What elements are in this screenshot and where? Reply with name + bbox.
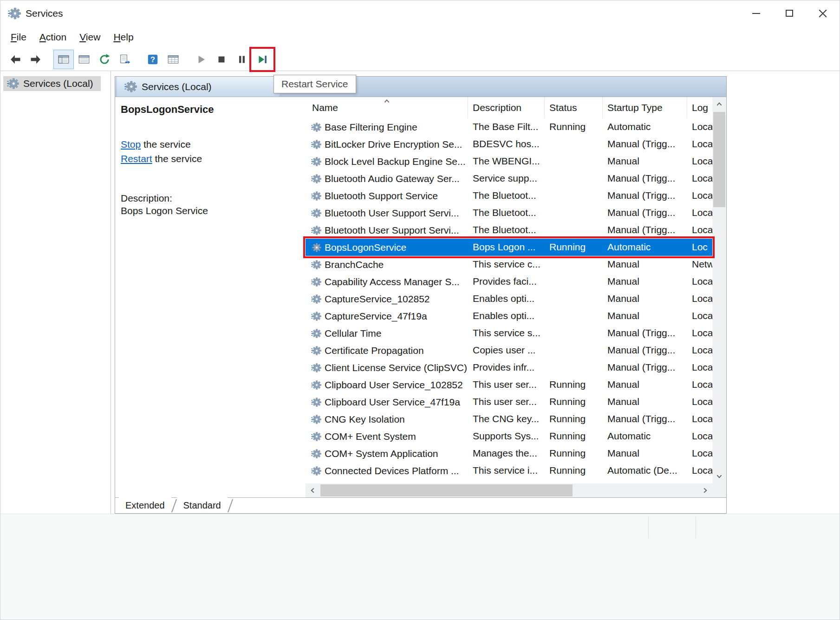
view-options-button[interactable]	[163, 50, 183, 69]
table-row[interactable]: Block Level Backup Engine Se... The WBEN…	[306, 153, 712, 170]
cell-status	[545, 204, 603, 222]
table-row[interactable]: Connected Devices Platform ... This serv…	[306, 462, 712, 479]
table-row[interactable]: Bluetooth User Support Servi... The Blue…	[306, 204, 712, 222]
tree-item-services-local[interactable]: Services (Local)	[3, 76, 101, 91]
column-log-on-as[interactable]: Log	[687, 97, 712, 118]
table-row[interactable]: CaptureService_47f19a Enables opti... Ma…	[306, 307, 712, 325]
column-startup-type[interactable]: Startup Type	[603, 97, 687, 118]
stop-service-link[interactable]: Stop	[121, 139, 141, 150]
stop-service-button[interactable]	[211, 50, 232, 69]
stop-service-icon	[215, 53, 228, 65]
cell-startup-type: Manual (Trigg...	[603, 342, 687, 359]
help-button[interactable]	[143, 50, 163, 69]
tab-extended[interactable]: Extended	[119, 497, 171, 513]
table-row[interactable]: COM+ Event System Supports Sys... Runnin…	[306, 428, 712, 445]
maximize-button[interactable]	[773, 0, 806, 26]
close-button[interactable]	[806, 0, 840, 26]
cell-startup-type: Manual	[603, 290, 687, 307]
service-gear-icon	[311, 431, 321, 442]
cell-log-on-as: Loca	[687, 273, 712, 290]
menu-file[interactable]: File	[4, 29, 33, 46]
maximize-icon	[786, 10, 793, 17]
menu-action[interactable]: Action	[33, 29, 73, 46]
view-tabs: Extended Standard	[115, 497, 726, 513]
cell-name: Clipboard User Service_47f19a	[306, 393, 468, 411]
cell-name: Cellular Time	[306, 325, 468, 342]
column-description[interactable]: Description	[468, 97, 545, 118]
scroll-up-button[interactable]	[712, 97, 726, 111]
table-row[interactable]: Bluetooth Support Service The Bluetoot..…	[306, 187, 712, 204]
table-row[interactable]: Clipboard User Service_47f19a This user …	[306, 393, 712, 411]
menu-view[interactable]: View	[73, 29, 107, 46]
cell-description: This service i...	[468, 462, 545, 479]
service-gear-icon	[311, 380, 321, 390]
export-list-button[interactable]	[115, 50, 135, 69]
cell-startup-type: Manual	[603, 376, 687, 393]
cell-status: Running	[545, 462, 603, 479]
cell-status	[545, 170, 603, 187]
cell-log-on-as: Loc	[687, 239, 712, 256]
table-row[interactable]: BitLocker Drive Encryption Se... BDESVC …	[306, 136, 712, 153]
cell-status	[545, 307, 603, 325]
pane-header-tab: Services (Local)	[117, 77, 289, 97]
table-row[interactable]: CaptureService_102852 Enables opti... Ma…	[306, 290, 712, 307]
show-console-tree-button[interactable]	[53, 50, 74, 69]
table-row[interactable]: Bluetooth User Support Servi... The Blue…	[306, 222, 712, 239]
cell-startup-type: Automatic (De...	[603, 462, 687, 479]
cell-description: Enables opti...	[468, 307, 545, 325]
cell-name: COM+ Event System	[306, 428, 468, 445]
forward-button[interactable]	[26, 50, 46, 69]
table-row[interactable]: CNG Key Isolation The CNG key... Running…	[306, 411, 712, 428]
cell-status: Running	[545, 118, 603, 136]
cell-description: This user ser...	[468, 376, 545, 393]
service-gear-icon	[311, 414, 321, 424]
column-status[interactable]: Status	[545, 97, 603, 118]
cell-description: Provides infr...	[468, 359, 545, 376]
pause-service-button[interactable]	[232, 50, 252, 69]
cell-name: Bluetooth Audio Gateway Ser...	[306, 170, 468, 187]
column-name[interactable]: Name	[306, 97, 468, 118]
table-row[interactable]: Certificate Propagation Copies user ... …	[306, 342, 712, 359]
table-row[interactable]: Cellular Time This service s... Manual (…	[306, 325, 712, 342]
cell-startup-type: Manual	[603, 273, 687, 290]
table-row[interactable]: Clipboard User Service_102852 This user …	[306, 376, 712, 393]
properties-button[interactable]	[74, 50, 94, 69]
services-window: ? Services File Action View Help	[0, 0, 840, 620]
service-gear-icon	[311, 139, 321, 150]
table-row[interactable]: Capability Access Manager S... Provides …	[306, 273, 712, 290]
cell-log-on-as: Netw	[687, 256, 712, 273]
cell-log-on-as: Loca	[687, 136, 712, 153]
table-row[interactable]: BranchCache This service c... Manual Net…	[306, 256, 712, 273]
service-gear-icon	[311, 191, 321, 201]
cell-log-on-as: Loca	[687, 393, 712, 411]
table-row[interactable]: BopsLogonService Bops Logon ... Running …	[306, 239, 712, 256]
scroll-right-button[interactable]	[698, 483, 712, 497]
restart-service-link[interactable]: Restart	[121, 153, 152, 164]
scroll-down-button[interactable]	[712, 470, 726, 483]
menu-help[interactable]: Help	[107, 29, 140, 46]
table-row[interactable]: Client License Service (ClipSVC) Provide…	[306, 359, 712, 376]
chevron-up-icon	[716, 102, 723, 106]
table-row[interactable]: Bluetooth Audio Gateway Ser... Service s…	[306, 170, 712, 187]
horizontal-scrollbar[interactable]	[306, 483, 712, 497]
vertical-scroll-thumb[interactable]	[713, 112, 725, 207]
cell-description: Supports Sys...	[468, 428, 545, 445]
cell-description: Manages the...	[468, 445, 545, 462]
refresh-button[interactable]	[94, 50, 115, 69]
cell-description: BDESVC hos...	[468, 136, 545, 153]
minimize-button[interactable]	[739, 0, 773, 26]
cell-description: Enables opti...	[468, 290, 545, 307]
scroll-left-button[interactable]	[306, 483, 319, 497]
horizontal-scroll-thumb[interactable]	[320, 484, 573, 496]
table-row[interactable]: COM+ System Application Manages the... R…	[306, 445, 712, 462]
table-row[interactable]: Base Filtering Engine The Base Filt... R…	[306, 118, 712, 136]
menu-bar: File Action View Help	[0, 26, 840, 48]
cell-startup-type: Automatic	[603, 428, 687, 445]
vertical-scrollbar[interactable]	[712, 97, 726, 483]
back-button[interactable]	[5, 50, 26, 69]
column-header-row: Name Description Status Startup Type Log	[306, 97, 712, 118]
tab-standard[interactable]: Standard	[177, 497, 228, 513]
restart-service-button[interactable]	[252, 50, 273, 69]
cell-startup-type: Automatic	[603, 239, 687, 256]
start-service-button[interactable]	[191, 50, 211, 69]
